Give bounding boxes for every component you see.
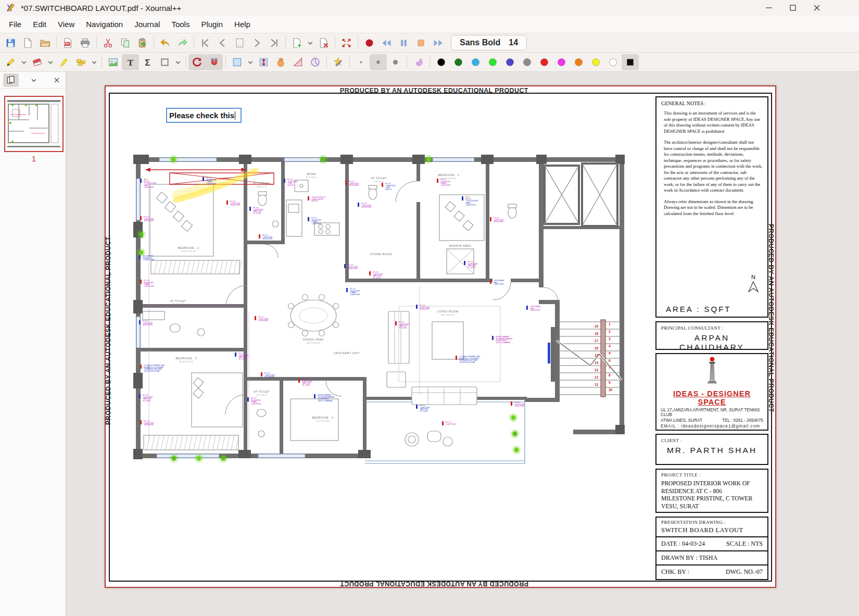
svg-text:-LIGHT POINT: -LIGHT POINT (350, 294, 360, 296)
stamp-button[interactable] (72, 54, 90, 70)
copy-button[interactable] (117, 35, 134, 51)
color-swatch-1[interactable] (450, 54, 467, 70)
document-canvas[interactable]: PRODUCED BY AN AUTODESK EDUCATIONAL PROD… (66, 72, 859, 616)
svg-text:9: 9 (609, 381, 611, 384)
chevron-down-icon[interactable] (246, 54, 255, 70)
sidebar-close-button[interactable] (49, 73, 65, 87)
color-swatch-6[interactable] (536, 54, 553, 70)
color-swatch-10[interactable] (604, 54, 622, 70)
color-swatch-9[interactable] (587, 54, 604, 70)
menu-file[interactable]: File (3, 18, 27, 31)
page-preview-tab-button[interactable] (3, 73, 19, 87)
tex-button[interactable]: Σ (139, 54, 156, 70)
image-button[interactable] (105, 54, 122, 70)
color-swatch-2[interactable] (467, 54, 484, 70)
text-annotation-box[interactable]: Please check this (166, 108, 242, 123)
menu-tools[interactable]: Tools (166, 18, 195, 31)
dot-l-button[interactable] (387, 54, 404, 70)
color-swatch-5[interactable] (519, 54, 536, 70)
svg-text:STORE ROOM: STORE ROOM (370, 253, 391, 256)
svg-text:-PLUG POINT: -PLUG POINT (262, 238, 272, 240)
chevron-down-icon[interactable] (46, 54, 55, 70)
pen-button[interactable] (2, 54, 19, 70)
hand-button[interactable] (272, 54, 289, 70)
text-button[interactable]: T (122, 54, 139, 70)
select-rect-button[interactable] (229, 54, 246, 70)
menu-edit[interactable]: Edit (27, 18, 52, 31)
project-line-2: RESIDENCE AT C - 806 (661, 487, 763, 495)
stop-button[interactable] (412, 35, 430, 51)
ruler-button[interactable] (289, 54, 307, 70)
record-button[interactable] (361, 35, 378, 51)
page-spin-button[interactable]: n (231, 35, 248, 51)
svg-text:-LIGHT POINT: -LIGHT POINT (440, 184, 451, 186)
export-pdf-button[interactable]: PDF (59, 35, 77, 51)
floor-plan: 1.2 TR AC BEDROOM - 212'-10" X 13'-10"AT… (128, 150, 643, 468)
paste-button[interactable] (134, 35, 151, 51)
chevron-down-icon[interactable] (173, 54, 183, 70)
toolbar-tools: TΣ (0, 53, 859, 72)
highlighter-button[interactable] (55, 54, 72, 70)
sidebar-collapse-button[interactable] (26, 73, 42, 87)
toolbar-separator (56, 36, 57, 49)
rewind-button[interactable] (378, 35, 395, 51)
svg-text:CROCKERY UNIT: CROCKERY UNIT (334, 351, 360, 355)
fill-button[interactable] (410, 54, 427, 70)
menu-journal[interactable]: Journal (129, 18, 166, 31)
svg-text:17: 17 (595, 339, 599, 343)
menu-help[interactable]: Help (229, 18, 256, 31)
svg-text:BEDROOM - 2: BEDROOM - 2 (178, 246, 199, 249)
svg-text:12'-10" X 13'-10": 12'-10" X 13'-10" (181, 250, 196, 253)
color-swatch-8[interactable] (570, 54, 587, 70)
color-swatch-0[interactable] (433, 54, 450, 70)
color-swatch-3[interactable] (484, 54, 501, 70)
redo-button[interactable] (174, 35, 191, 51)
delete-page-button[interactable] (315, 35, 332, 51)
rotate-button[interactable] (188, 54, 206, 70)
last-page-button[interactable] (266, 35, 283, 51)
font-button[interactable]: Sans Bold 14 (451, 35, 527, 51)
save-button[interactable] (2, 35, 19, 51)
open-folder-button[interactable] (36, 35, 54, 51)
svg-text:-LIGHT POINT: -LIGHT POINT (494, 283, 504, 285)
chevron-down-icon[interactable] (306, 35, 315, 51)
minimize-button[interactable] (757, 0, 781, 16)
titlebar: *07.SWITCHBOARD LAYOUT.pdf - Xournal++ (0, 0, 859, 16)
menu-navigation[interactable]: Navigation (80, 18, 129, 31)
consultant-name: ARPAN CHAUDHARY (661, 333, 763, 352)
svg-text:-LIGHT POINT: -LIGHT POINT (311, 223, 322, 225)
toolbar-separator (102, 56, 102, 68)
undo-button[interactable] (157, 35, 174, 51)
pause-button[interactable] (395, 35, 412, 51)
menu-view[interactable]: View (52, 18, 80, 31)
new-doc-button[interactable] (19, 35, 36, 51)
vspace-button[interactable] (255, 54, 272, 70)
page-thumbnail[interactable] (4, 96, 64, 152)
presentation-button[interactable] (338, 35, 355, 51)
prev-page-button[interactable] (214, 35, 231, 51)
close-button[interactable] (805, 0, 829, 16)
snap-button[interactable] (206, 54, 223, 70)
add-page-button[interactable] (288, 35, 306, 51)
chevron-down-icon[interactable] (90, 54, 99, 70)
color-swatch-4[interactable] (501, 54, 519, 70)
dot-s-button[interactable] (352, 54, 370, 70)
dot-m-button[interactable] (370, 54, 387, 70)
svg-text:-LIGHT POINT: -LIGHT POINT (206, 183, 217, 185)
recognizer-button[interactable] (330, 54, 347, 70)
forward-button[interactable] (430, 35, 447, 51)
color-swatch-7[interactable] (553, 54, 570, 70)
eraser-button[interactable] (29, 54, 46, 70)
svg-text:-PL. POINT: -PL. POINT (238, 358, 247, 360)
shape-button[interactable] (156, 54, 173, 70)
cut-button[interactable] (99, 35, 117, 51)
color-picker-button[interactable] (622, 54, 639, 70)
pdf-page[interactable]: PRODUCED BY AN AUTODESK EDUCATIONAL PROD… (105, 85, 776, 588)
compass-button[interactable] (307, 54, 324, 70)
chevron-down-icon[interactable] (19, 54, 29, 70)
first-page-button[interactable] (197, 35, 214, 51)
next-page-button[interactable] (248, 35, 266, 51)
maximize-button[interactable] (781, 0, 805, 16)
menu-plugin[interactable]: Plugin (195, 18, 229, 31)
print-button[interactable] (77, 35, 94, 51)
